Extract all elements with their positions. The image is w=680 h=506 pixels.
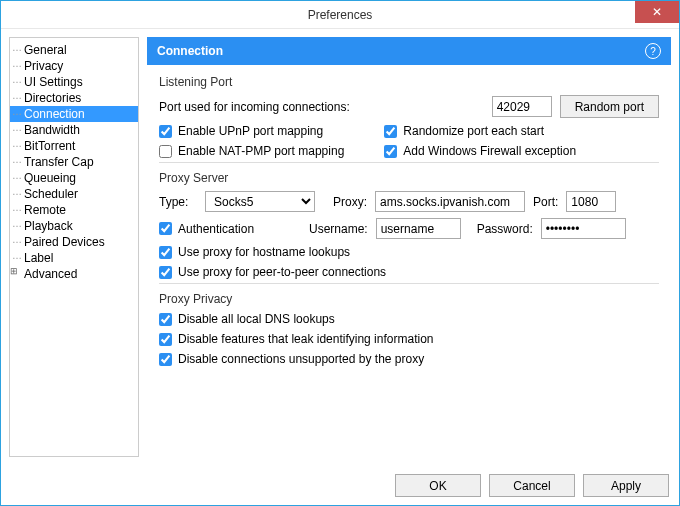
- separator: [159, 162, 659, 163]
- hostname-lookup-checkbox-label[interactable]: Use proxy for hostname lookups: [159, 245, 659, 259]
- random-port-button[interactable]: Random port: [560, 95, 659, 118]
- firewall-checkbox-label[interactable]: Add Windows Firewall exception: [384, 144, 576, 158]
- natpmp-checkbox[interactable]: [159, 145, 172, 158]
- auth-checkbox[interactable]: [159, 222, 172, 235]
- hostname-lookup-checkbox[interactable]: [159, 246, 172, 259]
- apply-button[interactable]: Apply: [583, 474, 669, 497]
- proxy-port-label: Port:: [533, 195, 558, 209]
- window-body: GeneralPrivacyUI SettingsDirectoriesConn…: [1, 29, 679, 465]
- port-input[interactable]: [492, 96, 552, 117]
- proxy-type-label: Type:: [159, 195, 197, 209]
- p2p-proxy-checkbox[interactable]: [159, 266, 172, 279]
- username-label: Username:: [309, 222, 368, 236]
- tree-item-ui-settings[interactable]: UI Settings: [10, 74, 138, 90]
- proxy-type-select[interactable]: Socks5: [205, 191, 315, 212]
- password-input[interactable]: [541, 218, 626, 239]
- nav-tree: GeneralPrivacyUI SettingsDirectoriesConn…: [9, 37, 139, 457]
- dialog-buttons: OK Cancel Apply: [395, 474, 669, 497]
- tree-item-paired-devices[interactable]: Paired Devices: [10, 234, 138, 250]
- firewall-checkbox[interactable]: [384, 145, 397, 158]
- username-input[interactable]: [376, 218, 461, 239]
- upnp-checkbox[interactable]: [159, 125, 172, 138]
- password-label: Password:: [477, 222, 533, 236]
- tree-item-directories[interactable]: Directories: [10, 90, 138, 106]
- proxy-server-group-label: Proxy Server: [159, 171, 659, 185]
- proxy-host-label: Proxy:: [333, 195, 367, 209]
- ok-button[interactable]: OK: [395, 474, 481, 497]
- randomize-checkbox[interactable]: [384, 125, 397, 138]
- panel-content: Listening Port Port used for incoming co…: [147, 65, 671, 457]
- tree-item-playback[interactable]: Playback: [10, 218, 138, 234]
- tree-item-label[interactable]: Label: [10, 250, 138, 266]
- tree-item-privacy[interactable]: Privacy: [10, 58, 138, 74]
- unsupported-checkbox-label[interactable]: Disable connections unsupported by the p…: [159, 352, 659, 366]
- tree-item-remote[interactable]: Remote: [10, 202, 138, 218]
- tree-item-bandwidth[interactable]: Bandwidth: [10, 122, 138, 138]
- upnp-checkbox-label[interactable]: Enable UPnP port mapping: [159, 124, 344, 138]
- panel-title: Connection: [157, 44, 223, 58]
- tree-item-queueing[interactable]: Queueing: [10, 170, 138, 186]
- randomize-checkbox-label[interactable]: Randomize port each start: [384, 124, 576, 138]
- p2p-proxy-checkbox-label[interactable]: Use proxy for peer-to-peer connections: [159, 265, 659, 279]
- leak-checkbox[interactable]: [159, 333, 172, 346]
- help-icon[interactable]: ?: [645, 43, 661, 59]
- natpmp-checkbox-label[interactable]: Enable NAT-PMP port mapping: [159, 144, 344, 158]
- tree-item-scheduler[interactable]: Scheduler: [10, 186, 138, 202]
- dns-checkbox[interactable]: [159, 313, 172, 326]
- tree-item-advanced[interactable]: Advanced: [10, 266, 138, 282]
- separator: [159, 283, 659, 284]
- panel-header: Connection ?: [147, 37, 671, 65]
- tree-item-general[interactable]: General: [10, 42, 138, 58]
- tree-item-connection[interactable]: Connection: [10, 106, 138, 122]
- preferences-window: Preferences ✕ GeneralPrivacyUI SettingsD…: [0, 0, 680, 506]
- port-label: Port used for incoming connections:: [159, 100, 484, 114]
- proxy-host-input[interactable]: [375, 191, 525, 212]
- cancel-button[interactable]: Cancel: [489, 474, 575, 497]
- window-title: Preferences: [308, 8, 373, 22]
- dns-checkbox-label[interactable]: Disable all local DNS lookups: [159, 312, 659, 326]
- close-icon: ✕: [652, 5, 662, 19]
- main-panel: Connection ? Listening Port Port used fo…: [147, 37, 671, 457]
- leak-checkbox-label[interactable]: Disable features that leak identifying i…: [159, 332, 659, 346]
- titlebar: Preferences ✕: [1, 1, 679, 29]
- proxy-privacy-group-label: Proxy Privacy: [159, 292, 659, 306]
- auth-checkbox-label[interactable]: Authentication: [159, 222, 301, 236]
- close-button[interactable]: ✕: [635, 1, 679, 23]
- unsupported-checkbox[interactable]: [159, 353, 172, 366]
- proxy-port-input[interactable]: [566, 191, 616, 212]
- tree-item-transfer-cap[interactable]: Transfer Cap: [10, 154, 138, 170]
- listening-port-group-label: Listening Port: [159, 75, 659, 89]
- tree-item-bittorrent[interactable]: BitTorrent: [10, 138, 138, 154]
